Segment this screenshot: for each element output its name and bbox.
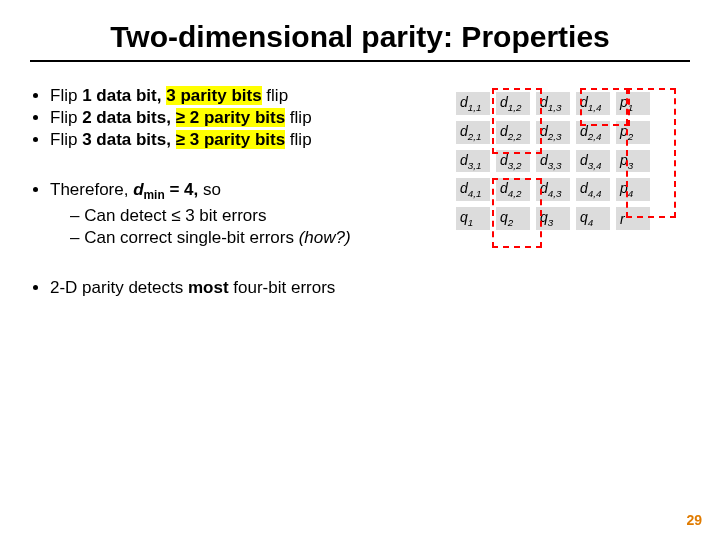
parity-diagram: d1,1d1,2d1,3d1,4p1d2,1d2,2d2,3d2,4p2d3,1… xyxy=(450,86,690,266)
text: flip xyxy=(285,108,311,127)
text: 1 data bit, xyxy=(82,86,166,105)
highlight-text: ≥ 2 parity bits xyxy=(176,108,285,127)
text: flip xyxy=(262,86,288,105)
bullet-dmin: Therefore, dmin = 4, so Can detect ≤ 3 b… xyxy=(50,180,430,248)
sub-bullet-1: Can detect ≤ 3 bit errors xyxy=(70,206,430,226)
text: four-bit errors xyxy=(229,278,336,297)
parity-cell: d4,4 xyxy=(576,178,610,201)
text: 2-D parity detects xyxy=(50,278,188,297)
parity-cell: q1 xyxy=(456,207,490,230)
highlight-box xyxy=(492,88,542,154)
parity-cell: d3,1 xyxy=(456,150,490,173)
text: = 4, xyxy=(165,180,199,199)
text: most xyxy=(188,278,229,297)
sub-bullet-list: Can detect ≤ 3 bit errors Can correct si… xyxy=(50,206,430,248)
bullet-group-3: 2-D parity detects most four-bit errors xyxy=(30,278,430,298)
text: Therefore, xyxy=(50,180,133,199)
parity-cell: d4,1 xyxy=(456,178,490,201)
highlight-box xyxy=(580,88,630,126)
highlight-box xyxy=(626,88,676,218)
text: flip xyxy=(285,130,311,149)
text: (how?) xyxy=(299,228,351,247)
slide-title: Two-dimensional parity: Properties xyxy=(30,20,690,62)
bullet-2: Flip 2 data bits, ≥ 2 parity bits flip xyxy=(50,108,430,128)
text: min xyxy=(144,188,165,202)
bullet-3: Flip 3 data bits, ≥ 3 parity bits flip xyxy=(50,130,430,150)
text: 3 data bits, xyxy=(82,130,176,149)
text: Can correct single-bit errors xyxy=(84,228,298,247)
bullet-group-2: Therefore, dmin = 4, so Can detect ≤ 3 b… xyxy=(30,180,430,248)
parity-cell: d2,1 xyxy=(456,121,490,144)
parity-cell: d1,1 xyxy=(456,92,490,115)
text: Flip xyxy=(50,86,82,105)
bullet-1: Flip 1 data bit, 3 parity bits flip xyxy=(50,86,430,106)
text: Flip xyxy=(50,130,82,149)
page-number: 29 xyxy=(686,512,702,528)
parity-cell: d3,4 xyxy=(576,150,610,173)
bullet-group-1: Flip 1 data bit, 3 parity bits flip Flip… xyxy=(30,86,430,150)
text: so xyxy=(198,180,221,199)
highlight-text: ≥ 3 parity bits xyxy=(176,130,285,149)
parity-cell: q4 xyxy=(576,207,610,230)
text: 2 data bits, xyxy=(82,108,176,127)
bullet-4bit: 2-D parity detects most four-bit errors xyxy=(50,278,430,298)
text: Flip xyxy=(50,108,82,127)
bullet-column: Flip 1 data bit, 3 parity bits flip Flip… xyxy=(30,82,430,314)
text: d xyxy=(133,180,143,199)
highlight-box xyxy=(492,178,542,248)
sub-bullet-2: Can correct single-bit errors (how?) xyxy=(70,228,430,248)
highlight-text: 3 parity bits xyxy=(166,86,261,105)
